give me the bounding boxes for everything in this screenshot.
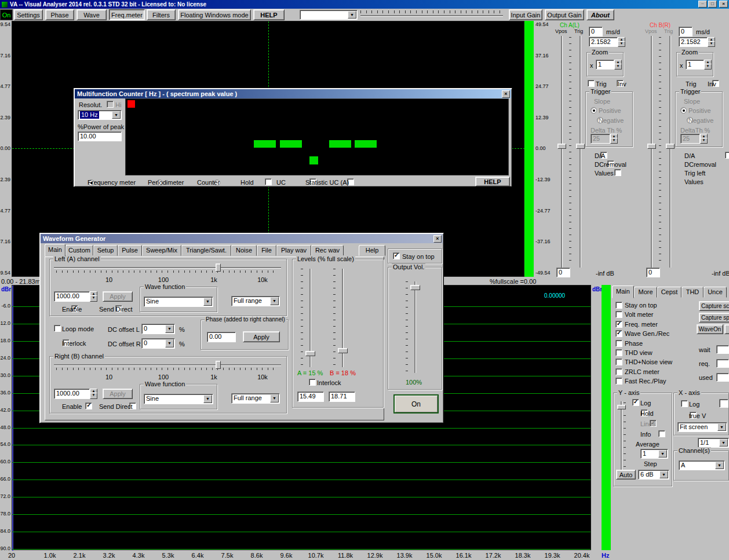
checkbox[interactable]: [615, 311, 622, 318]
freq-slider-track[interactable]: [54, 364, 281, 366]
frequency-spinner[interactable]: [90, 291, 97, 302]
floating-windows-button[interactable]: Floating Windows mode: [178, 9, 251, 20]
fit-screen-combobox[interactable]: Fit screen: [677, 422, 727, 432]
generator-tab-noise[interactable]: Noise: [231, 245, 257, 256]
panel-check-row-thd-noise-view[interactable]: THD+Noise view: [615, 358, 672, 367]
level-b-input[interactable]: 18.71: [329, 391, 355, 402]
levels-interlock-checkbox[interactable]: [309, 379, 316, 386]
panel-check-row-zrlc-meter[interactable]: ZRLC meter: [615, 368, 659, 377]
y-zoom-slider-thumb[interactable]: [617, 405, 626, 409]
zoom-spinner[interactable]: [704, 60, 712, 69]
power-of-peak-input[interactable]: 10.00: [78, 131, 122, 141]
y-info-checkbox[interactable]: [658, 430, 665, 437]
frequency-spinner[interactable]: [90, 389, 97, 399]
loop-mode-checkbox[interactable]: [54, 325, 61, 332]
counter-close-button[interactable]: [502, 90, 510, 98]
wave-combobox[interactable]: Sine: [144, 394, 213, 404]
checkbox[interactable]: [615, 368, 622, 375]
level-b-slider-thumb[interactable]: [338, 348, 348, 353]
vpos-value-input[interactable]: 0: [679, 27, 692, 36]
panel-check-row-volt-meter[interactable]: Volt meter: [615, 311, 654, 320]
generator-tab-pulse[interactable]: Pulse: [118, 245, 142, 256]
generator-tab-triangle-sawt[interactable]: Triangle/Sawt.: [181, 245, 231, 256]
panel-check-row-fast-rec-play[interactable]: Fast Rec./Play: [615, 378, 666, 386]
wave-on-button[interactable]: WaveOn: [697, 324, 723, 334]
checkbox[interactable]: [615, 358, 622, 365]
checkbox[interactable]: [615, 321, 622, 328]
zoom-input[interactable]: 1: [596, 60, 614, 69]
trig-slider-thumb[interactable]: [666, 144, 675, 149]
wave-combobox[interactable]: Sine: [144, 297, 213, 307]
freq-slider-thumb[interactable]: [216, 361, 221, 369]
frequency-input[interactable]: 1000.00: [54, 291, 90, 302]
positive-radio[interactable]: [680, 107, 687, 114]
panel-tab-unce[interactable]: Unce: [704, 287, 727, 298]
generator-tab-file[interactable]: File: [257, 245, 276, 256]
panel-check-row-freq-meter[interactable]: Freq. meter: [615, 321, 658, 330]
resolution-combobox[interactable]: 10 Hz: [78, 110, 122, 120]
level-a-slider-thumb[interactable]: [305, 351, 315, 356]
trig-slider-thumb[interactable]: [576, 144, 585, 149]
timediv-spinner[interactable]: [618, 37, 625, 47]
generator-close-button[interactable]: [433, 235, 442, 243]
about-button[interactable]: About: [586, 9, 614, 20]
generator-on-button[interactable]: On: [393, 394, 439, 413]
x-log-checkbox[interactable]: [681, 400, 688, 407]
positive-radio[interactable]: [591, 107, 597, 114]
output-vol-slider-thumb[interactable]: [410, 285, 420, 290]
ratio-combobox[interactable]: 1/1: [698, 438, 729, 448]
phase-button[interactable]: Phase: [45, 9, 74, 20]
zoom-input[interactable]: 1: [686, 60, 704, 69]
da-checkbox[interactable]: [725, 152, 729, 159]
y-log-checkbox[interactable]: [632, 399, 639, 406]
trig-slider-track[interactable]: [669, 36, 671, 268]
phase-input[interactable]: 0.00: [207, 332, 236, 342]
checkbox[interactable]: [615, 330, 622, 337]
dc-offset-l-combobox[interactable]: 0: [141, 324, 175, 334]
level-value-input[interactable]: 0: [646, 268, 660, 277]
input-gain-button[interactable]: Input Gain: [509, 9, 542, 20]
help-button[interactable]: HELP: [253, 9, 285, 20]
panel-check-row-phase[interactable]: Phase: [615, 340, 643, 349]
title-bar[interactable]: VA -- Visual Analyser 2014 rel. 0.3.1 ST…: [0, 0, 729, 9]
checkbox[interactable]: [615, 302, 622, 309]
vpos-slider-track[interactable]: [561, 36, 563, 268]
toolbar-trackbar[interactable]: [360, 15, 503, 17]
zoom-spinner[interactable]: [614, 60, 622, 69]
checkbox[interactable]: [615, 340, 622, 347]
timediv-input[interactable]: 2.1582: [679, 37, 708, 47]
level-value-input[interactable]: 0: [556, 268, 570, 277]
filters-button[interactable]: Filters: [147, 9, 176, 20]
stay-on-top-checkbox[interactable]: [393, 252, 400, 259]
delta-th-input[interactable]: 25: [680, 134, 700, 144]
generator-tab-help[interactable]: Help: [359, 245, 385, 256]
output-gain-button[interactable]: Output Gain: [545, 9, 584, 20]
delta-th-spinner[interactable]: [610, 134, 618, 144]
freq-meter-button[interactable]: Freq.meter: [109, 9, 145, 20]
counter-help-button[interactable]: HELP: [475, 177, 510, 186]
values-checkbox[interactable]: [614, 169, 621, 176]
enable-checkbox[interactable]: [85, 402, 92, 409]
generator-tab-play-wav[interactable]: Play wav: [276, 245, 311, 256]
close-button[interactable]: [719, 1, 728, 8]
panel-check-row-stay-on-top[interactable]: Stay on top: [615, 302, 657, 310]
generator-titlebar[interactable]: Waveform Generator: [41, 234, 443, 243]
int-button[interactable]: Int: [724, 324, 729, 334]
average-combobox[interactable]: 1: [640, 449, 668, 459]
output-vol-slider-track[interactable]: [414, 281, 416, 373]
hold-checkbox[interactable]: [265, 178, 272, 185]
maximize-button[interactable]: [708, 1, 717, 8]
range-combobox[interactable]: Full range: [231, 393, 280, 404]
trig-slider-track[interactable]: [579, 36, 581, 268]
checkbox[interactable]: [615, 349, 622, 356]
counter-titlebar[interactable]: Multifunction Counter [ Hz ] - ( spectru…: [75, 89, 511, 98]
panel-tab-main[interactable]: Main: [612, 286, 634, 298]
panel-check-row-wave-gen-rec[interactable]: Wave Gen./Rec: [615, 330, 669, 339]
delta-th-input[interactable]: 25: [591, 134, 610, 144]
capture-spectrum-button[interactable]: Capture spectrum: [699, 313, 729, 323]
x-edge-field[interactable]: [719, 399, 728, 408]
generator-tab-main[interactable]: Main: [45, 244, 65, 257]
timediv-input[interactable]: 2.1582: [589, 37, 618, 47]
generator-tab-rec-wav[interactable]: Rec wav: [311, 245, 344, 256]
vpos-slider-track[interactable]: [651, 36, 653, 268]
